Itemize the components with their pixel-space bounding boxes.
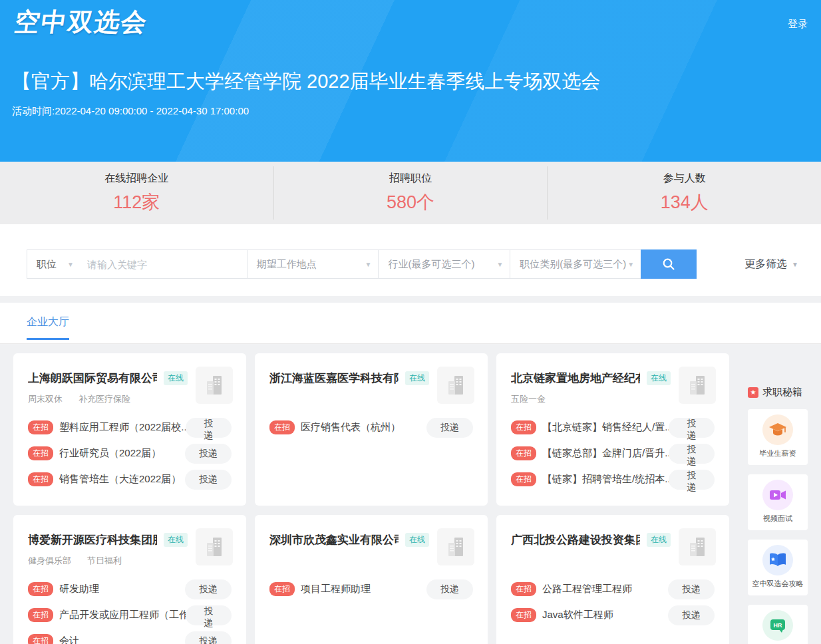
job-title[interactable]: 【链家总部】金牌门店/晋升... [542,447,669,460]
book-icon [762,545,793,575]
company-card: 上海朗跃国际贸易有限公司 在线 周末双休补充医疗保险 在招塑料应用工程师（202… [13,353,246,506]
job-row: 在招【链家总部】金牌门店/晋升...投递 [511,440,715,466]
job-title[interactable]: 项目工程师助理 [301,583,371,595]
building-icon [679,367,716,404]
apply-button[interactable]: 投递 [185,470,232,490]
building-icon [437,367,474,404]
company-card: 北京链家置地房地产经纪有... 在线 五险一金 在招【北京链家】销售经纪人/置.… [496,353,729,506]
company-grid: 上海朗跃国际贸易有限公司 在线 周末双休补充医疗保险 在招塑料应用工程师（202… [13,353,729,644]
job-row: 在招行业研究员（2022届）投递 [28,440,232,466]
stat-participants: 参与人数 134人 [547,166,821,220]
chevron-down-icon: ▼ [496,261,503,268]
apply-button[interactable]: 投递 [186,418,232,438]
company-name[interactable]: 上海朗跃国际贸易有限公司 [28,371,157,386]
building-icon [437,528,474,565]
job-row: 在招项目工程师助理投递 [269,576,473,602]
job-title[interactable]: 塑料应用工程师（2022届校... [59,421,186,434]
hiring-badge: 在招 [269,582,295,596]
stat-positions: 招聘职位 580个 [273,166,548,220]
apply-button[interactable]: 投递 [186,605,232,625]
job-title[interactable]: 研发助理 [59,583,99,595]
apply-button[interactable]: 投递 [669,418,715,438]
job-title[interactable]: 会计 [59,635,79,644]
sidebar-item-fair-guide[interactable]: 空中双选会攻略 [748,540,808,595]
job-title[interactable]: 公路工程管理工程师 [542,583,632,595]
job-category-label: 职位 [37,258,57,271]
tab-company-hall[interactable]: 企业大厅 [27,315,69,340]
sidebar-item-video-interview[interactable]: 视频面试 [748,474,808,530]
apply-button[interactable]: 投递 [669,470,715,490]
search-icon [661,257,676,271]
online-badge: 在线 [405,533,429,547]
job-title[interactable]: Java软件工程师 [542,609,613,621]
company-name[interactable]: 北京链家置地房地产经纪有... [511,371,640,386]
sidebar-item-hr-chat[interactable]: HR [748,605,808,644]
svg-text:HR: HR [774,622,782,629]
job-title[interactable]: 行业研究员（2022届） [59,447,161,460]
job-row: 在招公路工程管理工程师投递 [511,576,715,602]
location-dropdown[interactable]: 期望工作地点 ▼ [247,250,379,278]
sidebar-item-graduate-salary[interactable]: 毕业生薪资 [748,409,808,465]
apply-button[interactable]: 投递 [669,444,715,464]
apply-button[interactable]: 投递 [668,579,715,599]
company-card: 浙江海蓝医嘉医学科技有限... 在线 在招医疗销售代表（杭州）投递 [255,353,488,506]
more-filters-button[interactable]: 更多筛选 ▼ [744,257,798,271]
tab-bar: 企业大厅 [0,303,821,344]
job-tips-header: ★ 求职秘籍 [748,386,808,399]
job-category-dropdown[interactable]: 职位 ▼ [27,250,81,278]
location-label: 期望工作地点 [257,258,317,271]
online-badge: 在线 [164,533,188,547]
search-section: 职位 ▼ 期望工作地点 ▼ 行业(最多可选三个) ▼ 职位类别(最多可选三个) … [0,224,821,296]
site-logo[interactable]: 空中双选会 [12,5,150,39]
stat-companies: 在线招聘企业 112家 [0,166,273,220]
job-title[interactable]: 【北京链家】销售经纪人/置... [542,421,669,434]
stat-value: 112家 [0,190,273,214]
online-badge: 在线 [647,533,671,547]
job-title[interactable]: 医疗销售代表（杭州） [301,421,401,434]
chevron-down-icon: ▼ [365,261,372,268]
building-icon [196,367,233,404]
company-name[interactable]: 广西北投公路建设投资集团... [511,532,640,548]
job-title[interactable]: 产品开发或应用工程师（工作... [59,609,186,621]
job-list: 在招【北京链家】销售经纪人/置...投递在招【链家总部】金牌门店/晋升...投递… [511,414,715,492]
company-name[interactable]: 浙江海蓝医嘉医学科技有限... [269,371,399,386]
job-row: 在招销售管培生（大连2022届）投递 [28,466,232,492]
stat-label: 参与人数 [548,172,821,186]
welfare-tag: 健身俱乐部 [28,555,71,568]
company-name[interactable]: 博爱新开源医疗科技集团股... [28,532,157,548]
sidebar-item-label: 空中双选会攻略 [752,579,804,589]
event-title: 【官方】哈尔滨理工大学经管学院 2022届毕业生春季线上专场双选会 [12,69,601,95]
job-type-dropdown[interactable]: 职位类别(最多可选三个) ▼ [510,250,641,278]
job-list: 在招公路工程管理工程师投递在招Java软件工程师投递 [511,576,715,628]
hiring-badge: 在招 [28,582,53,596]
job-row: 在招【北京链家】销售经纪人/置...投递 [511,414,715,440]
industry-dropdown[interactable]: 行业(最多可选三个) ▼ [378,250,510,278]
job-list: 在招研发助理投递在招产品开发或应用工程师（工作...投递在招会计投递 [28,576,232,644]
job-row: 在招【链家】招聘管培生/统招本...投递 [511,466,715,492]
apply-button[interactable]: 投递 [426,418,473,438]
hiring-badge: 在招 [511,582,536,596]
company-card: 深圳市欣茂鑫实业有限公司 在线 在招项目工程师助理投递 [255,515,488,644]
banner: 空中双选会 登录 【官方】哈尔滨理工大学经管学院 2022届毕业生春季线上专场双… [0,0,821,162]
login-link[interactable]: 登录 [788,18,808,31]
apply-button[interactable]: 投递 [668,605,715,625]
job-title[interactable]: 【链家】招聘管培生/统招本... [542,473,669,486]
search-button[interactable] [641,249,697,279]
company-card: 广西北投公路建设投资集团... 在线 在招公路工程管理工程师投递在招Java软件… [496,515,729,644]
job-row: 在招研发助理投递 [28,576,232,602]
job-row: 在招会计投递 [28,628,232,644]
stat-value: 580个 [274,190,548,214]
job-title[interactable]: 销售管培生（大连2022届） [59,473,181,486]
apply-button[interactable]: 投递 [185,631,232,644]
chevron-down-icon: ▼ [67,261,74,268]
job-row: 在招产品开发或应用工程师（工作...投递 [28,602,232,628]
apply-button[interactable]: 投递 [185,444,232,464]
apply-button[interactable]: 投递 [426,579,473,599]
job-row: 在招医疗销售代表（杭州）投递 [269,414,473,440]
company-name[interactable]: 深圳市欣茂鑫实业有限公司 [269,532,399,548]
stat-label: 在线招聘企业 [0,172,273,186]
chevron-down-icon: ▼ [792,261,798,268]
apply-button[interactable]: 投递 [185,579,232,599]
keyword-input[interactable] [81,250,247,278]
stat-label: 招聘职位 [274,172,548,186]
